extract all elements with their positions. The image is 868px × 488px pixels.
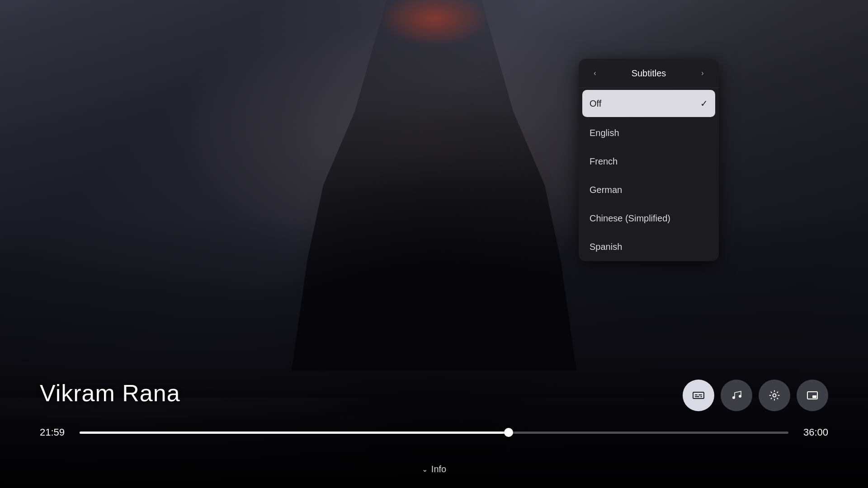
- subtitle-menu-title: Subtitles: [632, 68, 666, 79]
- checkmark-icon: ✓: [700, 98, 708, 109]
- subtitle-option-spanish-label: Spanish: [590, 242, 622, 252]
- music-icon: [731, 389, 742, 401]
- subtitle-option-french-label: French: [590, 156, 618, 167]
- svg-rect-1: [695, 394, 698, 395]
- subtitle-option-french[interactable]: French: [579, 147, 719, 176]
- pip-icon: [807, 389, 818, 401]
- cc-icon: [692, 389, 705, 402]
- svg-point-7: [773, 394, 776, 397]
- subtitle-menu: ‹ Subtitles › Off ✓ English French Germa…: [579, 59, 719, 261]
- subtitle-next-arrow[interactable]: ›: [696, 67, 709, 80]
- svg-rect-9: [812, 395, 816, 398]
- subtitle-option-english-label: English: [590, 128, 619, 138]
- info-chevron-icon: ⌄: [422, 465, 428, 474]
- subtitles-button[interactable]: [683, 380, 714, 411]
- pip-button[interactable]: [797, 380, 828, 411]
- time-current: 21:59: [40, 427, 71, 438]
- subtitle-option-spanish[interactable]: Spanish: [579, 233, 719, 261]
- svg-rect-2: [698, 394, 702, 395]
- time-total: 36:00: [797, 427, 828, 438]
- subtitle-option-german[interactable]: German: [579, 176, 719, 204]
- info-label: Info: [431, 464, 446, 474]
- subtitle-option-off[interactable]: Off ✓: [582, 90, 715, 117]
- svg-point-6: [739, 395, 741, 398]
- subtitle-header: ‹ Subtitles ›: [579, 59, 719, 88]
- player-controls: [683, 380, 828, 411]
- progress-fill: [80, 432, 509, 434]
- audio-button[interactable]: [721, 380, 752, 411]
- svg-point-5: [732, 396, 735, 399]
- progress-bar[interactable]: [80, 432, 788, 434]
- svg-rect-4: [700, 396, 702, 397]
- subtitle-option-off-label: Off: [590, 99, 601, 109]
- settings-icon: [769, 389, 780, 401]
- subtitle-option-german-label: German: [590, 185, 622, 195]
- subtitle-option-english[interactable]: English: [579, 119, 719, 147]
- subtitle-prev-arrow[interactable]: ‹: [589, 67, 601, 80]
- progress-thumb[interactable]: [504, 428, 513, 437]
- svg-rect-3: [695, 396, 699, 397]
- progress-container: 21:59 36:00: [40, 427, 828, 438]
- movie-title: Vikram Rana: [40, 380, 180, 407]
- subtitle-option-chinese-label: Chinese (Simplified): [590, 213, 670, 224]
- settings-button[interactable]: [759, 380, 790, 411]
- svg-rect-0: [693, 392, 704, 399]
- info-bar[interactable]: ⌄ Info: [422, 464, 446, 474]
- subtitle-option-chinese[interactable]: Chinese (Simplified): [579, 204, 719, 233]
